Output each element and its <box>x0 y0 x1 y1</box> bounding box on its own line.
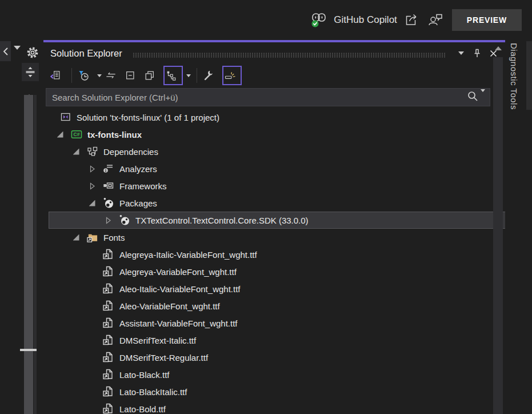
expander-spacer <box>85 335 99 346</box>
expander-collapsed-icon[interactable] <box>85 180 99 192</box>
search-row <box>43 87 505 108</box>
toolbar-collapse-all-button[interactable] <box>124 66 141 85</box>
panel-toolbar <box>43 64 505 87</box>
tree-item-assistant-variablefont-wght-ttf[interactable]: Assistant-VariableFont_wght.ttf <box>43 315 505 332</box>
analyzers-icon <box>103 163 114 174</box>
tree-item-alegreya-variablefont-wght-ttf[interactable]: Alegreya-VariableFont_wght.ttf <box>43 263 505 280</box>
tree-scrollbar[interactable] <box>493 43 504 414</box>
share-icon[interactable] <box>402 11 421 29</box>
tree-item-label: Aleo-VariableFont_wght.ttf <box>119 301 220 311</box>
search-icon[interactable] <box>467 90 478 104</box>
tree-item-label: Aleo-Italic-VariableFont_wght.ttf <box>119 284 241 294</box>
expander-spacer <box>85 300 99 312</box>
scroll-up-arrow[interactable] <box>25 85 33 95</box>
main-window-titlebar: GitHub Copilot PREVIEW <box>0 0 532 40</box>
toolbar-nested-file-view-caret-icon[interactable] <box>185 66 193 85</box>
drag-grip[interactable] <box>133 53 446 58</box>
tree-item-analyzers[interactable]: Analyzers <box>43 160 505 177</box>
toolbar-properties-pages-button[interactable] <box>143 66 161 85</box>
solution-explorer-panel: Solution Explorer Solution 'tx <box>43 40 505 414</box>
tree-item-aleo-italic-variablefont-wght-ttf[interactable]: Aleo-Italic-VariableFont_wght.ttf <box>43 280 505 297</box>
toolbar-sync-with-active-document-button[interactable] <box>105 66 122 85</box>
gear-icon[interactable] <box>26 46 39 62</box>
tree-scrollbar-thumb[interactable] <box>493 57 503 414</box>
toolbar-properties-wrench-button[interactable] <box>202 66 219 85</box>
preview-selected-items-icon <box>224 70 235 81</box>
tree-item-solution-tx-fonts-linux-1-of-1-project[interactable]: Solution 'tx-fonts-linux' (1 of 1 projec… <box>43 109 505 126</box>
switch-views-icon <box>50 70 61 81</box>
properties-pages-icon <box>144 70 155 81</box>
search-input[interactable] <box>46 93 467 102</box>
expander-collapsed-icon[interactable] <box>85 163 99 174</box>
preview-button[interactable]: PREVIEW <box>452 9 522 31</box>
window-position-menu-icon[interactable] <box>454 46 469 61</box>
editor-scrollbar-track[interactable] <box>34 95 37 414</box>
expander-collapsed-icon[interactable] <box>101 214 115 226</box>
expander-expanded-icon[interactable] <box>85 197 99 209</box>
editor-scrollbar-thumb[interactable] <box>24 95 33 414</box>
tree-item-label: Lato-Black.ttf <box>119 370 170 380</box>
csharp-project-icon: C# <box>71 129 82 140</box>
tree-item-alegreya-italic-variablefont-wght-ttf[interactable]: Alegreya-Italic-VariableFont_wght.ttf <box>43 246 505 263</box>
expander-expanded-icon[interactable] <box>69 232 83 243</box>
navigate-back-button[interactable] <box>0 41 11 61</box>
svg-text:C#: C# <box>74 132 80 137</box>
nuget-package-icon <box>103 197 114 209</box>
expander-expanded-icon[interactable] <box>69 146 83 157</box>
tree-item-fonts[interactable]: Fonts <box>43 229 505 246</box>
toolbar-pending-changes-filter-button[interactable] <box>77 66 94 85</box>
linked-file-icon <box>103 300 114 312</box>
tree-item-label: Lato-Bold.ttf <box>119 404 166 414</box>
tree-item-tx-fonts-linux[interactable]: C#tx-fonts-linux <box>43 126 505 143</box>
sync-with-active-document-icon <box>105 70 117 81</box>
linked-file-icon <box>103 249 114 260</box>
feedback-icon[interactable] <box>426 11 445 29</box>
search-box[interactable] <box>46 88 490 106</box>
tree-item-aleo-variablefont-wght-ttf[interactable]: Aleo-VariableFont_wght.ttf <box>43 297 505 315</box>
tree-item-lato-black-ttf[interactable]: Lato-Black.ttf <box>43 366 505 383</box>
nested-file-view-icon <box>165 70 177 81</box>
toolbar-separator <box>71 68 72 83</box>
collapse-all-icon <box>125 70 136 81</box>
tree-item-label: Frameworks <box>119 181 167 191</box>
tree-item-lato-blackitalic-ttf[interactable]: Lato-BlackItalic.ttf <box>43 383 505 400</box>
solution-tree: Solution 'tx-fonts-linux' (1 of 1 projec… <box>43 108 505 414</box>
linked-file-icon <box>103 403 114 414</box>
left-editor-edge <box>0 40 43 414</box>
tree-item-packages[interactable]: Packages <box>43 194 505 212</box>
expander-spacer <box>85 266 99 277</box>
pin-icon[interactable] <box>470 46 485 61</box>
linked-file-icon <box>103 266 114 277</box>
expander-spacer <box>85 369 99 380</box>
panel-title: Solution Explorer <box>50 48 122 59</box>
diagnostic-tools-tab[interactable]: Diagnostic Tools <box>509 43 519 110</box>
toolbar-nested-file-view-button[interactable] <box>163 66 183 85</box>
linked-file-icon <box>103 386 114 397</box>
toolbar-switch-views-button[interactable] <box>49 66 66 85</box>
tree-item-label: tx-fonts-linux <box>87 130 142 140</box>
tree-item-label: DMSerifText-Regular.ttf <box>119 353 208 363</box>
chevron-down-icon[interactable] <box>14 50 21 60</box>
tree-scroll-up-arrow[interactable] <box>493 43 504 50</box>
tree-item-dmseriftext-italic-ttf[interactable]: DMSerifText-Italic.ttf <box>43 332 505 349</box>
tree-item-label: Packages <box>119 198 157 208</box>
github-copilot-status[interactable]: GitHub Copilot <box>309 11 397 29</box>
expander-spacer <box>85 283 99 294</box>
splitter-handle[interactable] <box>22 63 39 81</box>
panel-titlebar[interactable]: Solution Explorer <box>43 42 505 64</box>
toolbar-pending-changes-filter-caret-icon[interactable] <box>95 66 103 85</box>
expander-expanded-icon[interactable] <box>53 129 67 140</box>
nuget-package-icon <box>119 214 130 226</box>
tree-item-dependencies[interactable]: Dependencies <box>43 143 505 160</box>
tree-item-label: Dependencies <box>103 147 158 157</box>
tree-item-txtextcontrol-textcontrol-core-sdk-33-0-[interactable]: TXTextControl.TextControl.Core.SDK (33.0… <box>49 212 505 229</box>
diagnostic-tools-strip <box>526 41 532 110</box>
toolbar-preview-selected-items-button[interactable] <box>222 66 242 85</box>
frameworks-icon <box>103 180 114 192</box>
tree-item-frameworks[interactable]: Frameworks <box>43 177 505 194</box>
linked-file-icon <box>103 283 114 294</box>
tree-item-label: Analyzers <box>119 164 157 174</box>
tree-item-dmseriftext-regular-ttf[interactable]: DMSerifText-Regular.ttf <box>43 349 505 366</box>
tree-item-lato-bold-ttf[interactable]: Lato-Bold.ttf <box>43 400 505 414</box>
search-options-caret-icon[interactable] <box>481 92 485 102</box>
